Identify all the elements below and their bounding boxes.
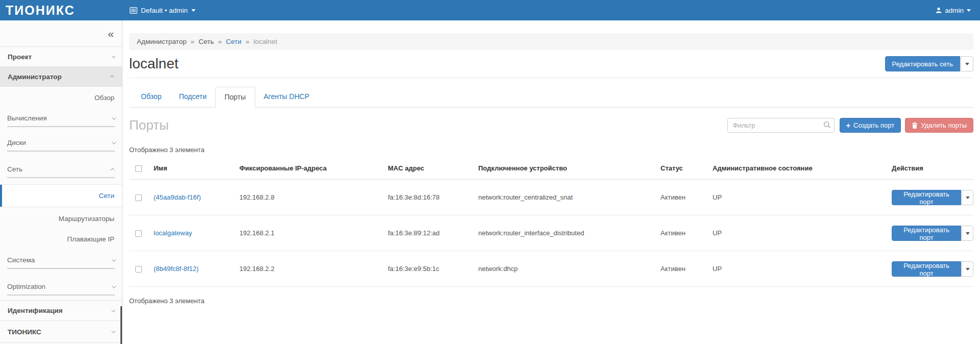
port-name-link[interactable]: (8b49fc8f-8f12) [154,265,199,273]
sidebar-item-project[interactable]: Проект [0,47,122,67]
user-icon [936,7,942,13]
table-header-row: Имя Фиксированные IP-адреса MAC адрес По… [129,158,973,180]
breadcrumb-separator: » [218,38,222,45]
column-header-mac: MAC адрес [388,158,478,180]
sidebar-item-networks[interactable]: Сети [0,184,122,207]
main-content: Администратор » Сеть » Сети » localnet l… [122,20,980,344]
chevron-up-icon [110,75,114,79]
user-menu[interactable]: admin [936,7,971,14]
chevron-down-icon [191,9,195,12]
edit-port-dropdown-button[interactable] [962,190,973,205]
user-menu-label: admin [945,7,964,14]
chevron-down-icon [112,284,116,288]
sidebar-item-compute[interactable]: Вычисления [7,110,115,127]
sidebar-item-overview[interactable]: Обзор [0,87,122,108]
plus-icon: + [846,121,850,130]
port-fixed-ips: 192.168.2.8 [239,180,388,215]
shown-count-top: Отображено 3 элемента [129,146,973,154]
breadcrumb-link-networks[interactable]: Сети [226,38,241,45]
column-header-actions: Действия [892,158,973,180]
edit-port-dropdown-button[interactable] [962,226,973,241]
port-fixed-ips: 192.168.2.2 [239,251,388,287]
column-header-fixed-ips: Фиксированные IP-адреса [239,158,388,180]
edit-network-button[interactable]: Редактировать сеть [885,56,960,71]
chevron-down-icon [966,232,970,235]
row-checkbox[interactable] [135,194,142,201]
row-checkbox[interactable] [135,266,142,273]
chevron-down-icon [111,54,115,58]
chevron-down-icon [112,257,116,261]
sidebar-scrollbar[interactable] [120,306,122,344]
port-mac: fa:16:3e:e9:5b:1c [388,251,478,287]
edit-port-button[interactable]: Редактировать порт [892,226,961,241]
column-header-status: Статус [660,158,713,180]
select-all-checkbox[interactable] [135,165,142,172]
table-row: (8b49fc8f-8f12) 192.168.2.2 fa:16:3e:e9:… [129,251,973,287]
tab-dhcp-agents[interactable]: Агенты DHCP [255,87,318,108]
breadcrumb: Администратор » Сеть » Сети » localnet [129,33,973,50]
tab-bar: Обзор Подсети Порты Агенты DHCP [129,87,973,108]
edit-port-dropdown-button[interactable] [962,261,973,277]
row-checkbox[interactable] [135,230,142,237]
table-row: localgateway 192.168.2.1 fa:16:3e:89:12:… [129,215,973,251]
sidebar-item-volumes[interactable]: Диски [7,135,115,152]
port-status: Активен [660,251,713,287]
chevron-down-icon [112,140,116,144]
context-switcher[interactable]: Default • admin [130,7,195,14]
port-name-link[interactable]: localgateway [154,229,192,237]
row-actions: Редактировать порт [892,226,973,241]
search-button[interactable] [823,121,831,130]
ports-table: Имя Фиксированные IP-адреса MAC адрес По… [129,158,973,287]
breadcrumb-item-current: localnet [254,38,278,45]
sidebar-collapse-button[interactable]: « [108,28,114,39]
row-actions: Редактировать порт [892,190,973,205]
sidebar-collapse-row: « [0,20,122,47]
sidebar-item-floating-ips[interactable]: Плавающие IP [0,230,122,248]
breadcrumb-item: Сеть [199,38,214,45]
sidebar-item-identity[interactable]: Идентификация [0,300,122,321]
sidebar-item-tionix[interactable]: ТИОНИКС [0,321,122,343]
sidebar-item-optimization[interactable]: Optimization [7,279,115,296]
port-fixed-ips: 192.168.2.1 [239,215,388,251]
chevron-down-icon [112,115,116,119]
edit-port-button[interactable]: Редактировать порт [892,190,961,205]
port-device: network:dhcp [478,251,660,287]
port-mac: fa:16:3e:89:12:ad [388,215,478,251]
top-header: ТИОНИКС Default • admin admin [0,0,980,20]
chevron-down-icon [966,196,970,199]
sidebar-item-network[interactable]: Сеть [7,161,115,178]
port-admin-state: UP [713,215,892,251]
breadcrumb-separator: » [246,38,250,45]
chevron-down-icon [111,329,115,333]
port-device: network:router_centralized_snat [478,180,660,215]
trash-icon [912,122,918,129]
shown-count-bottom: Отображено 3 элемента [129,297,973,305]
port-name-link[interactable]: (45aa9dab-f16f) [154,193,201,201]
tab-overview[interactable]: Обзор [132,87,170,108]
sidebar-item-system[interactable]: Система [7,252,115,269]
port-mac: fa:16:3e:8d:16:78 [388,180,478,215]
chevron-down-icon [965,63,969,65]
tab-subnets[interactable]: Подсети [170,87,215,108]
filter-box [727,118,835,133]
column-header-name: Имя [154,158,239,180]
edit-network-dropdown-button[interactable] [961,56,973,71]
edit-network-button-group: Редактировать сеть [885,56,973,71]
breadcrumb-separator: » [190,38,194,45]
chevron-down-icon [966,268,970,271]
sidebar-item-routers[interactable]: Маршрутизаторы [0,207,122,230]
chevron-down-icon [967,9,971,12]
chevron-up-icon [110,168,114,172]
tab-ports[interactable]: Порты [215,87,255,108]
domain-project-icon [130,7,137,14]
filter-input[interactable] [727,118,835,133]
port-admin-state: UP [713,251,892,287]
edit-port-button[interactable]: Редактировать порт [892,261,961,277]
sidebar-item-admin[interactable]: Администратор [0,67,122,87]
page-title: localnet [129,56,179,72]
breadcrumb-item: Администратор [137,38,186,45]
search-icon [823,121,831,129]
row-actions: Редактировать порт [892,261,973,277]
create-port-button[interactable]: + Создать порт [840,118,901,133]
delete-ports-button[interactable]: Удалить порты [905,118,973,133]
